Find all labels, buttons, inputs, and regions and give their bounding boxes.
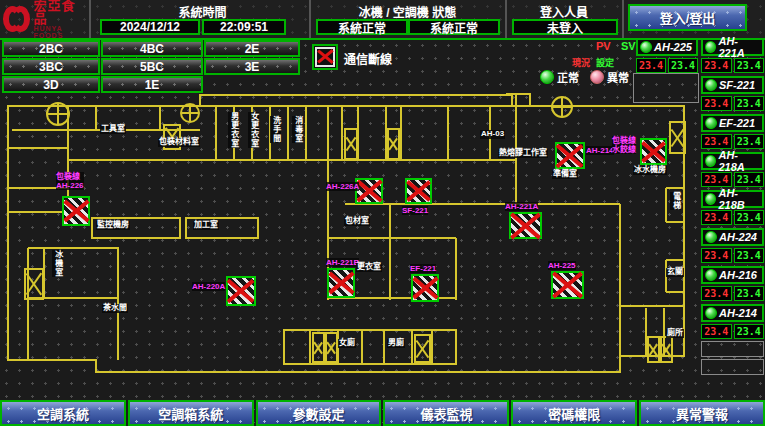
ahu-sv-value: 23.4 — [734, 134, 765, 149]
logo-ring-icon — [11, 6, 30, 32]
abnormal-legend: 異常 — [590, 69, 629, 85]
floor-button-3e[interactable]: 3E — [204, 58, 300, 75]
company-logo: 宏亞食品 HUNYA FOODS — [3, 2, 89, 36]
room-label: 女更衣室 — [248, 112, 259, 148]
equipment-unit-label: AH-221A — [505, 202, 538, 211]
ahu-panel-ah-216[interactable]: AH-216 — [701, 266, 764, 284]
ahu-panel-ah-218b[interactable]: AH-218B — [701, 190, 764, 208]
sv-caption: 設定 — [596, 56, 614, 69]
comm-fail-equipment-box[interactable] — [509, 212, 542, 239]
green-led-icon — [705, 269, 717, 281]
ahu-unit-ah-214: AH-21423.423.4 — [701, 304, 764, 339]
room-label: 洗手間 — [270, 116, 281, 143]
green-led-icon — [705, 117, 717, 129]
comm-fail-equipment-box[interactable] — [405, 178, 432, 204]
brand-subname: HUNYA FOODS — [33, 25, 89, 39]
ahu-panel-label: SF-221 — [719, 79, 755, 91]
green-led-icon — [705, 155, 716, 167]
header-divider — [89, 0, 91, 38]
ahu-sv-value: 23.4 — [734, 58, 765, 73]
header-divider — [309, 0, 311, 38]
comm-fail-equipment-box[interactable] — [226, 276, 256, 306]
floor-button-2e[interactable]: 2E — [204, 40, 300, 57]
ahu-pv-value: 23.4 — [701, 324, 732, 339]
room-label: 消毒室 — [292, 116, 303, 143]
ahu-pv-value: 23.4 — [701, 96, 732, 111]
login-user-display: 未登入 — [512, 19, 618, 35]
ahu-values: 23.423.4 — [636, 58, 698, 73]
equipment-unit-label: AH-225 — [548, 261, 576, 270]
header-divider — [622, 0, 624, 38]
ahu-panel-label: EF-221 — [719, 117, 755, 129]
sv-header: SV — [621, 40, 636, 52]
ahu-sv-value: 23.4 — [734, 210, 765, 225]
ahu-values: 23.423.4 — [701, 96, 764, 111]
comm-fail-equipment-box[interactable] — [640, 138, 667, 165]
comm-fail-equipment-box[interactable] — [327, 268, 355, 298]
ahu-unit-ah-224: AH-22423.423.4 — [701, 228, 764, 263]
room-label: 熱熔膠工作室 — [498, 149, 548, 158]
floor-button-3d[interactable]: 3D — [2, 76, 100, 93]
spiral-stair-icon — [47, 103, 69, 125]
ahu-panel-ef-221[interactable]: EF-221 — [701, 114, 764, 132]
footer-button-3[interactable]: 參數設定 — [256, 400, 382, 426]
room-label: 茶水間 — [102, 304, 128, 313]
ahu-panel-ah-221a[interactable]: AH-221A — [701, 38, 764, 56]
room-label: 監控機房 — [96, 221, 130, 230]
green-led-icon — [705, 41, 716, 53]
room-label: 冰機室 — [52, 250, 63, 277]
red-led-icon — [590, 70, 604, 84]
system-clock-display: 22:09:51 — [202, 19, 286, 35]
equipment-unit-label: 包裝線 AH-226 — [56, 172, 84, 190]
room-label: 男更衣室 — [228, 112, 239, 148]
floor-button-3bc[interactable]: 3BC — [2, 58, 100, 75]
comm-fail-equipment-box[interactable] — [62, 196, 90, 226]
stair-marker — [344, 128, 358, 160]
login-logout-button[interactable]: 登入/登出 — [628, 4, 747, 31]
floor-button-1e[interactable]: 1E — [101, 76, 203, 93]
ahu-panel-ah-218a[interactable]: AH-218A — [701, 152, 764, 170]
spiral-stair-icon — [552, 97, 572, 117]
ahu-panel-ah-224[interactable]: AH-224 — [701, 228, 764, 246]
footer-button-4[interactable]: 儀表監視 — [383, 400, 509, 426]
ahu-pv-value: 23.4 — [636, 58, 666, 73]
floor-button-5bc[interactable]: 5BC — [101, 58, 203, 75]
brand-name: 宏亞食品 — [33, 0, 89, 25]
ahu-sv-value: 23.4 — [734, 172, 765, 187]
footer-button-6[interactable]: 異常警報 — [639, 400, 765, 426]
comm-fail-equipment-box[interactable] — [551, 271, 584, 299]
floor-plan: 包裝線 AH-226AH-226ASF-221AH-214包裝線 水餃線AH-2… — [0, 92, 690, 396]
green-led-icon — [540, 70, 554, 84]
ahu-sv-value: 23.4 — [734, 248, 765, 263]
stair-marker — [647, 336, 660, 363]
room-label: 包材室 — [344, 217, 370, 226]
room-label: 女廁 — [338, 339, 356, 348]
comm-fail-equipment-box[interactable] — [411, 274, 439, 302]
footer-button-5[interactable]: 密碼權限 — [511, 400, 637, 426]
room-label: 玄關 — [666, 268, 684, 277]
ahu-unit-ah-225: AH-22523.423.4 — [636, 38, 698, 73]
floor-button-4bc[interactable]: 4BC — [101, 40, 203, 57]
comm-fail-equipment-box[interactable] — [555, 142, 585, 169]
ahu-panel-ah-225[interactable]: AH-225 — [636, 38, 698, 56]
equipment-unit-label: AH-221B — [326, 258, 359, 267]
ahu-pv-value: 23.4 — [701, 172, 732, 187]
header-divider — [505, 0, 507, 38]
footer-button-2[interactable]: 空調箱系統 — [128, 400, 254, 426]
ahu-panel-sf-221[interactable]: SF-221 — [701, 76, 764, 94]
pv-header: PV — [596, 40, 611, 52]
ahu-pv-value: 23.4 — [701, 286, 732, 301]
ahu-panel-ah-214[interactable]: AH-214 — [701, 304, 764, 322]
ac-status-display: 系統正常 — [408, 19, 500, 35]
ahu-sv-value: 23.4 — [734, 96, 765, 111]
floor-button-2bc[interactable]: 2BC — [2, 40, 100, 57]
ahu-unit-ah-218b: AH-218B23.423.4 — [701, 190, 764, 225]
ahu-values: 23.423.4 — [701, 58, 764, 73]
green-led-icon — [705, 231, 717, 243]
ahu-sv-value: 23.4 — [734, 286, 765, 301]
comm-fail-legend-label: 通信斷線 — [344, 50, 392, 67]
system-time-label: 系統時間 — [110, 3, 295, 20]
footer-button-1[interactable]: 空調系統 — [0, 400, 126, 426]
ahu-values: 23.423.4 — [701, 248, 764, 263]
equipment-unit-label: AH-214 — [586, 146, 614, 155]
